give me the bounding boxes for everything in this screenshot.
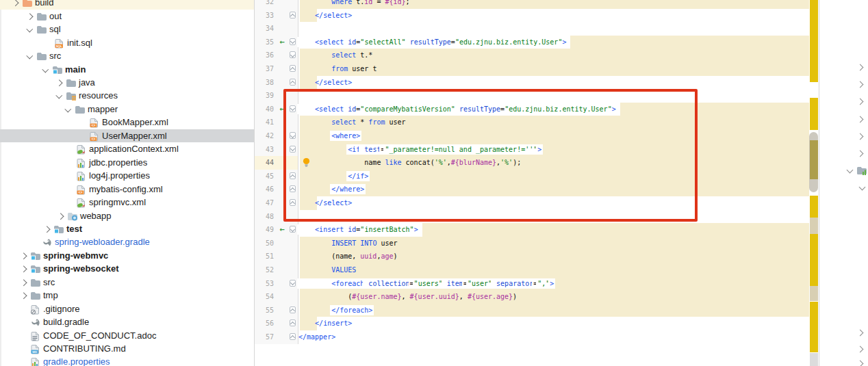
vcs-change-arrow-icon[interactable]: ← [275,36,289,49]
tree-item-jdbc-properties[interactable]: jdbc.properties [0,156,254,169]
tree-item-out[interactable]: out [0,10,254,23]
chevron-right-icon[interactable] [858,361,863,366]
tree-item-resources[interactable]: resources [0,89,254,102]
chevron-right-icon[interactable] [57,81,62,86]
chevron-right-icon[interactable] [858,82,863,88]
tree-item-sql[interactable]: sql [0,23,254,36]
tree-item-mapper[interactable]: mapper [0,103,254,116]
tree-item-src[interactable]: src [0,276,254,289]
fold-gutter[interactable] [289,49,298,62]
code-text[interactable]: from user t [298,62,809,76]
fold-region-end-icon[interactable] [290,12,296,18]
fold-region-end-icon[interactable] [290,79,296,86]
chevron-down-icon[interactable] [66,107,71,112]
editor-line-32[interactable]: 32 where t.id = #{id}; [255,0,809,9]
tree-item-applicationcontext-xml[interactable]: applicationContext.xml [0,142,254,155]
editor-line-49[interactable]: 49← <insert id="insertBatch"> [255,223,809,237]
code-text[interactable]: (#{user.name}, #{user.uuid}, #{user.age}… [298,290,809,304]
editor-line-52[interactable]: 52 VALUES [255,263,809,277]
chevron-right-icon[interactable] [858,151,863,157]
code-text[interactable]: </foreach> [298,304,809,317]
chevron-right-icon[interactable] [44,227,49,232]
tree-item-spring-webloader-gradle[interactable]: spring-webloader.gradle [0,235,254,248]
code-text[interactable]: </select> [298,76,809,90]
chevron-right-icon[interactable] [58,214,63,219]
chevron-right-icon[interactable] [13,1,18,5]
fold-gutter[interactable] [289,317,298,330]
chevron-right-icon[interactable] [858,117,863,122]
fold-gutter[interactable] [289,62,298,76]
code-text[interactable]: (name, uuid,age) [298,250,809,263]
fold-region-end-icon[interactable] [290,65,296,72]
code-text[interactable] [298,22,809,36]
tree-item-test[interactable]: test [0,222,254,235]
scrollbar-thumb[interactable] [809,132,818,192]
tree-item-main[interactable]: main [0,63,254,76]
stripe-mark[interactable] [810,353,818,366]
chevron-down-icon[interactable] [27,54,32,59]
code-text[interactable]: <select id="selectAll" resultType="edu.z… [298,36,809,49]
stripe-mark[interactable] [810,196,818,218]
editor-line-37[interactable]: 37 from user t [255,62,809,76]
tree-item-usermapper-xml[interactable]: <>UserMapper.xml [0,129,254,142]
tree-item-src[interactable]: src [0,49,254,62]
editor-line-55[interactable]: 55 </foreach> [255,304,809,317]
tree-item-code-of-conduct-adoc[interactable]: CODE_OF_CONDUCT.adoc [0,329,254,342]
fold-gutter[interactable] [289,9,298,23]
fold-gutter[interactable] [289,76,298,90]
tree-item-contributing-md[interactable]: MDCONTRIBUTING.md [0,342,254,355]
chevron-right-icon[interactable] [858,134,863,140]
tree-item-java[interactable]: java [0,76,254,89]
code-text[interactable]: </select> [298,9,809,23]
code-text[interactable]: where t.id = #{id}; [298,0,809,9]
editor-line-38[interactable]: 38 </select> [255,76,809,90]
stripe-mark[interactable] [810,286,818,301]
tree-item-webapp[interactable]: webapp [0,209,254,222]
code-text[interactable]: INSERT INTO user [298,237,809,250]
right-tool-panel[interactable] [819,0,868,366]
code-text[interactable]: VALUES [298,263,809,277]
error-stripe[interactable] [809,0,819,366]
stripe-mark[interactable] [810,218,818,234]
chevron-right-icon[interactable] [21,267,26,272]
tree-item-tmp[interactable]: tmp [0,289,254,302]
editor-line-50[interactable]: 50 INSERT INTO user [255,237,809,250]
tree-item-spring-webmvc[interactable]: spring-webmvc [0,249,254,262]
code-text[interactable]: <insert id="insertBatch"> [298,223,809,237]
tree-item-init-sql[interactable]: SQLinit.sql [0,36,254,49]
fold-region-end-icon[interactable] [290,306,296,313]
tree-item-gitignore[interactable]: .gitignore [0,302,254,315]
editor-line-34[interactable]: 34 [255,22,809,36]
editor-line-33[interactable]: 33 </select> [255,9,809,23]
tree-item-gradle-properties[interactable]: gradle.properties [0,355,254,366]
fold-region-start-icon[interactable] [290,226,296,233]
fold-region-start-icon[interactable] [290,38,296,45]
code-text[interactable]: </mapper> [298,330,809,344]
tree-item-springmvc-xml[interactable]: springmvc.xml [0,196,254,209]
chevron-right-icon[interactable] [858,65,863,70]
fold-gutter[interactable] [289,223,298,237]
chevron-right-icon[interactable] [21,254,26,259]
project-tree-panel[interactable]: buildoutsqlSQLinit.sqlsrcmainjavaresourc… [0,0,255,366]
tree-item-spring-websocket[interactable]: spring-websocket [0,262,254,275]
stripe-mark[interactable] [810,234,818,286]
chevron-down-icon[interactable] [43,68,48,73]
tree-item-log4j-properties[interactable]: log4j.properties [0,169,254,182]
chevron-down-icon[interactable] [860,185,865,190]
tree-item-bookmapper-xml[interactable]: <>BookMapper.xml [0,116,254,129]
editor-line-36[interactable]: 36 select t.* [255,49,809,62]
fold-gutter[interactable] [289,304,298,317]
code-text[interactable]: <foreach collection="users" item="user" … [298,277,809,291]
tree-item-mybatis-config-xml[interactable]: <>mybatis-config.xml [0,183,254,196]
chevron-right-icon[interactable] [21,280,26,285]
chevron-right-icon[interactable] [27,14,32,19]
chevron-right-icon[interactable] [858,99,863,105]
fold-region-start-icon[interactable] [290,51,296,58]
chevron-down-icon[interactable] [57,94,62,99]
editor-line-57[interactable]: 57</mapper> [255,330,809,344]
tree-item-build-gradle[interactable]: build.gradle [0,315,254,328]
editor-line-53[interactable]: 53 <foreach collection="users" item="use… [255,277,809,291]
chevron-right-icon[interactable] [858,330,863,336]
tree-item-build[interactable]: build [0,0,254,10]
fold-region-end-icon[interactable] [290,333,296,340]
